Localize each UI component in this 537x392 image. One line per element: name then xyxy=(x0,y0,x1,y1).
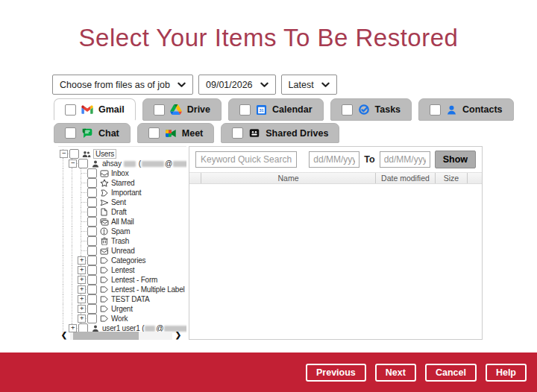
expand-toggle-icon[interactable]: + xyxy=(78,285,86,294)
tree-item-label[interactable]: Sent xyxy=(111,198,126,206)
spam-icon xyxy=(99,227,109,236)
checkbox[interactable] xyxy=(87,227,97,236)
tree-row[interactable]: All Mail xyxy=(59,217,186,227)
tree-row[interactable]: Unread xyxy=(59,246,186,256)
tree-item-label[interactable]: Categories xyxy=(111,256,145,265)
checkbox[interactable] xyxy=(87,256,97,265)
checkbox[interactable] xyxy=(78,159,88,168)
checkbox[interactable] xyxy=(87,304,97,314)
tab-calendar[interactable]: 31Calendar xyxy=(228,98,324,121)
checkbox[interactable] xyxy=(154,104,165,116)
tree-row[interactable]: Spam xyxy=(59,227,186,236)
checkbox[interactable] xyxy=(87,197,97,207)
tree-connector xyxy=(77,178,87,188)
tree-item-label[interactable]: Spam xyxy=(111,227,130,235)
tree-row[interactable]: Draft xyxy=(59,207,186,217)
expand-toggle-icon[interactable]: − xyxy=(69,159,77,168)
tree-row[interactable]: −Users xyxy=(59,149,186,159)
tree-item-label[interactable]: All Mail xyxy=(111,218,134,226)
tab-gmail[interactable]: Gmail xyxy=(54,98,136,121)
checkbox[interactable] xyxy=(65,127,76,139)
tree-row[interactable]: Trash xyxy=(59,236,186,246)
tree-item-label[interactable]: Work xyxy=(111,314,128,323)
checkbox[interactable] xyxy=(239,104,251,116)
checkbox[interactable] xyxy=(87,207,97,217)
tree-row[interactable]: Sent xyxy=(59,197,186,207)
tree-guide xyxy=(68,314,77,323)
checkbox[interactable] xyxy=(342,104,353,116)
tree-row[interactable]: +Lentest - Multiple Label xyxy=(59,285,186,294)
tree-item-label[interactable]: Starred xyxy=(111,179,134,187)
tree-row[interactable]: +Urgent xyxy=(59,304,186,314)
expand-toggle-icon[interactable]: + xyxy=(78,256,86,265)
previous-button[interactable]: Previous xyxy=(306,364,366,382)
tree-row[interactable]: +Work xyxy=(59,314,186,323)
scrollbar-thumb[interactable] xyxy=(73,332,139,340)
checkbox[interactable] xyxy=(87,168,97,178)
expand-toggle-icon[interactable]: + xyxy=(78,266,86,274)
tree-item-label[interactable]: Lentest xyxy=(111,266,134,274)
checkbox[interactable] xyxy=(87,178,97,188)
tab-drive[interactable]: Drive xyxy=(142,98,222,121)
tree-row[interactable]: −ahsay (@ xyxy=(59,159,186,168)
checkbox[interactable] xyxy=(87,188,97,197)
tree-item-label[interactable]: Urgent xyxy=(111,305,133,313)
checkbox[interactable] xyxy=(87,246,97,256)
tree-item-label[interactable]: Lentest - Multiple Label xyxy=(111,285,185,294)
tab-chat[interactable]: Chat xyxy=(54,123,131,143)
checkbox[interactable] xyxy=(87,217,97,227)
tree-row[interactable]: +Categories xyxy=(59,256,186,265)
tab-meet[interactable]: Meet xyxy=(137,123,214,143)
checkbox[interactable] xyxy=(65,104,76,116)
tree-item-label[interactable]: ahsay (@ xyxy=(102,159,186,168)
job-date-select[interactable]: 09/01/2026 xyxy=(198,75,276,95)
expand-toggle-icon[interactable]: + xyxy=(78,305,86,313)
scroll-right-icon[interactable]: ❯ xyxy=(174,331,183,340)
date-to-input[interactable] xyxy=(380,151,430,168)
expand-toggle-icon[interactable]: + xyxy=(69,324,77,332)
checkbox[interactable] xyxy=(87,236,97,246)
checkbox[interactable] xyxy=(87,285,97,294)
next-button[interactable]: Next xyxy=(375,364,416,382)
tree-item-label[interactable]: Draft xyxy=(111,208,127,216)
keyword-search-input[interactable] xyxy=(195,151,297,168)
help-button[interactable]: Help xyxy=(486,364,527,382)
checkbox[interactable] xyxy=(148,127,160,139)
tree-row[interactable]: +Lentest xyxy=(59,265,186,275)
checkbox[interactable] xyxy=(87,314,97,323)
checkbox[interactable] xyxy=(87,275,97,285)
checkbox[interactable] xyxy=(232,127,243,139)
scrollbar-track[interactable] xyxy=(70,332,172,340)
tree-horizontal-scrollbar[interactable]: ❮ ❯ xyxy=(60,331,183,340)
snapshot-type-select[interactable]: Choose from files as of job xyxy=(52,75,193,95)
tab-tasks[interactable]: Tasks xyxy=(330,98,412,121)
tree-item-label[interactable]: Important xyxy=(111,189,141,197)
cancel-button[interactable]: Cancel xyxy=(425,364,477,382)
tree-guide xyxy=(68,217,77,227)
tree-item-label[interactable]: Unread xyxy=(111,247,135,255)
show-button[interactable]: Show xyxy=(435,151,476,168)
tree-row[interactable]: +TEST DATA xyxy=(59,294,186,304)
tree-item-label[interactable]: Users xyxy=(93,149,116,159)
tree-row[interactable]: +Lentest - Form xyxy=(59,275,186,285)
expand-toggle-icon[interactable]: − xyxy=(60,150,68,158)
tree-row[interactable]: Inbox xyxy=(59,168,186,178)
tree-item-label[interactable]: Lentest - Form xyxy=(111,276,157,284)
tree-row[interactable]: Important xyxy=(59,188,186,197)
tab-shared-drives[interactable]: Shared Drives xyxy=(221,123,339,143)
checkbox[interactable] xyxy=(430,104,441,116)
expand-toggle-icon[interactable]: + xyxy=(78,276,86,284)
checkbox[interactable] xyxy=(87,294,97,304)
expand-toggle-icon[interactable]: + xyxy=(78,314,86,323)
tree-item-label[interactable]: TEST DATA xyxy=(111,295,150,303)
tree-item-label[interactable]: Trash xyxy=(111,237,129,245)
tree-row[interactable]: Starred xyxy=(59,178,186,188)
date-from-input[interactable] xyxy=(309,151,359,168)
checkbox[interactable] xyxy=(87,265,97,275)
checkbox[interactable] xyxy=(69,149,79,159)
expand-toggle-icon[interactable]: + xyxy=(78,295,86,303)
tab-contacts[interactable]: Contacts xyxy=(418,98,513,121)
scroll-left-icon[interactable]: ❮ xyxy=(60,331,69,340)
job-time-select[interactable]: Latest xyxy=(281,75,337,95)
tree-item-label[interactable]: Inbox xyxy=(111,169,128,177)
